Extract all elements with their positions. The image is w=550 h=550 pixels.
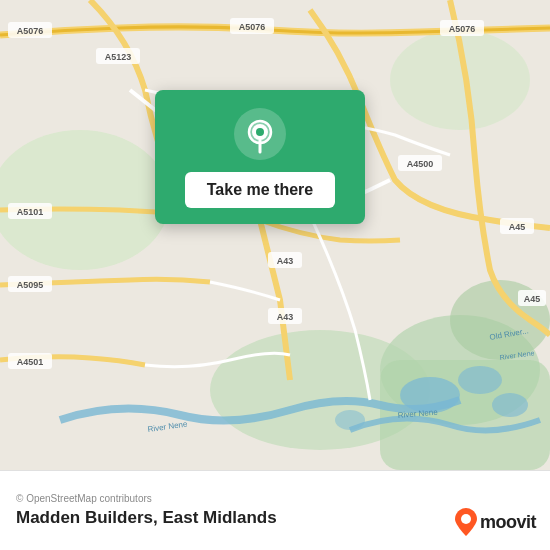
location-card: Take me there (155, 90, 365, 224)
svg-text:A43: A43 (277, 312, 294, 322)
svg-text:A4501: A4501 (17, 357, 44, 367)
map-attribution: © OpenStreetMap contributors (16, 493, 534, 504)
moovit-logo: moovit (455, 508, 536, 536)
map: A5076 A5076 A5076 A5123 A4500 A45 A45 A5… (0, 0, 550, 470)
svg-text:A4500: A4500 (407, 159, 434, 169)
svg-text:A5076: A5076 (17, 26, 44, 36)
svg-text:A43: A43 (277, 256, 294, 266)
svg-text:A45: A45 (509, 222, 526, 232)
moovit-text: moovit (480, 512, 536, 533)
svg-text:A45: A45 (524, 294, 541, 304)
svg-point-9 (492, 393, 528, 417)
svg-point-42 (256, 128, 264, 136)
svg-point-44 (461, 514, 471, 524)
take-me-there-button[interactable]: Take me there (185, 172, 335, 208)
svg-point-10 (335, 410, 365, 430)
svg-text:A5123: A5123 (105, 52, 132, 62)
svg-text:A5076: A5076 (239, 22, 266, 32)
location-pin-icon (234, 108, 286, 160)
svg-point-8 (458, 366, 502, 394)
svg-text:A5076: A5076 (449, 24, 476, 34)
svg-text:A5101: A5101 (17, 207, 44, 217)
moovit-pin-icon (455, 508, 477, 536)
svg-text:A5095: A5095 (17, 280, 44, 290)
bottom-bar: © OpenStreetMap contributors Madden Buil… (0, 470, 550, 550)
